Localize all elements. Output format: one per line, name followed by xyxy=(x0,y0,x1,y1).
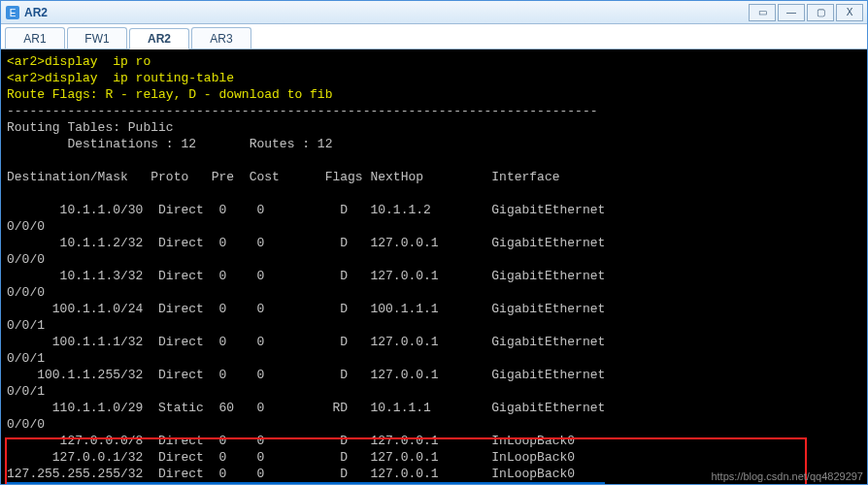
route-row: 10.1.1.2/32 Direct 0 0 D 127.0.0.1 Gigab… xyxy=(7,236,605,250)
window-controls: ▭ — ▢ X xyxy=(749,4,863,21)
route-row-sub: 0/0/0 xyxy=(7,417,45,432)
close-button[interactable]: X xyxy=(836,4,863,21)
route-row-sub: 0/0/1 xyxy=(7,351,45,366)
terminal-line: Route Flags: R - relay, D - download to … xyxy=(7,87,332,102)
route-row: 10.1.1.3/32 Direct 0 0 D 127.0.0.1 Gigab… xyxy=(7,269,605,283)
route-row-sub: 0/0/0 xyxy=(7,285,45,300)
terminal-line: Routing Tables: Public xyxy=(7,120,174,135)
route-row-sub: 0/0/0 xyxy=(7,219,45,234)
tab-ar3[interactable]: AR3 xyxy=(191,27,251,48)
route-row: 10.1.1.0/30 Direct 0 0 D 10.1.1.2 Gigabi… xyxy=(7,203,605,217)
route-row-sub: 0/0/1 xyxy=(7,318,45,333)
svg-text:E: E xyxy=(10,8,17,18)
route-row: 110.1.1.0/29 Static 60 0 RD 10.1.1.1 Gig… xyxy=(7,401,605,415)
route-row: 100.1.1.255/32 Direct 0 0 D 127.0.0.1 Gi… xyxy=(7,368,605,382)
route-row-sub: 0/0/0 xyxy=(7,252,45,267)
route-row: 127.255.255.255/32 Direct 0 0 D 127.0.0.… xyxy=(7,467,575,481)
route-row: 100.1.1.0/24 Direct 0 0 D 100.1.1.1 Giga… xyxy=(7,302,605,316)
watermark: https://blog.csdn.net/qq4829297 xyxy=(711,470,863,482)
route-row-sub: 0/0/1 xyxy=(7,384,45,399)
tab-bar: AR1FW1AR2AR3 xyxy=(1,24,867,49)
mode-button[interactable]: ▭ xyxy=(749,4,776,21)
titlebar: E AR2 ▭ — ▢ X xyxy=(1,1,867,24)
terminal-divider: ----------------------------------------… xyxy=(7,104,598,118)
columns-header: Destination/Mask Proto Pre Cost Flags Ne… xyxy=(7,170,560,184)
route-row: 127.0.0.0/8 Direct 0 0 D 127.0.0.1 InLoo… xyxy=(7,434,575,448)
route-row-selected: 200.1.1.0/24 EBGP 255 0 D 100.1.1.2 Giga… xyxy=(7,482,605,484)
route-row: 127.0.0.1/32 Direct 0 0 D 127.0.0.1 InLo… xyxy=(7,450,575,465)
minimize-button[interactable]: — xyxy=(778,4,805,21)
window: E AR2 ▭ — ▢ X AR1FW1AR2AR3 <ar2>display … xyxy=(0,0,868,485)
tab-ar1[interactable]: AR1 xyxy=(5,27,65,48)
route-row: 100.1.1.1/32 Direct 0 0 D 127.0.0.1 Giga… xyxy=(7,335,605,349)
maximize-button[interactable]: ▢ xyxy=(807,4,834,21)
tab-fw1[interactable]: FW1 xyxy=(67,27,127,48)
window-title: AR2 xyxy=(24,6,749,19)
terminal-line: <ar2>display ip routing-table xyxy=(7,71,234,85)
app-icon: E xyxy=(5,5,20,20)
terminal[interactable]: <ar2>display ip ro <ar2>display ip routi… xyxy=(1,49,867,484)
tab-ar2[interactable]: AR2 xyxy=(129,28,189,49)
terminal-line: <ar2>display ip ro xyxy=(7,54,150,69)
terminal-line: Destinations : 12 Routes : 12 xyxy=(7,137,332,151)
